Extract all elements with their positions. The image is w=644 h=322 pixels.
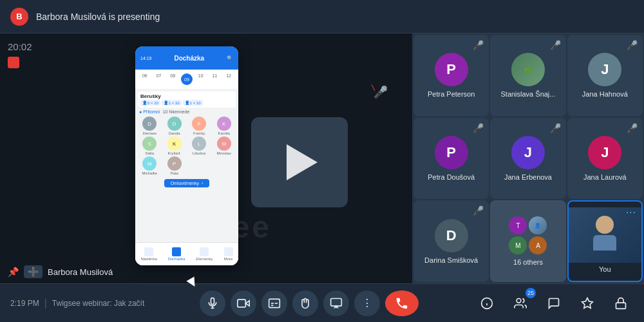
svg-rect-4	[238, 299, 246, 307]
person-avatar: K	[217, 117, 231, 131]
phone-person: D Denises	[138, 117, 162, 135]
mic-button[interactable]	[200, 290, 225, 316]
phone-calendar-area: 06 07 08 09 10 11 12	[135, 70, 238, 89]
captions-button[interactable]	[261, 290, 287, 316]
phone-bottom-tabs: Nástěnka Docházka Elemenky More	[135, 242, 238, 265]
phone-person: P Pata	[163, 156, 187, 175]
phone-day: 06	[139, 73, 151, 85]
phone-omluvit-btn[interactable]: Omluvit/nenky ›	[138, 179, 236, 187]
svg-marker-3	[245, 300, 249, 305]
participant-tile-petra-dousova: P Petra Doušová 🎤	[413, 118, 489, 200]
phone-day-active: 09	[181, 73, 193, 85]
participant-name: Stanislava Šnaj...	[498, 90, 558, 98]
presenter-avatar: B	[10, 8, 28, 26]
you-head	[596, 216, 614, 234]
person-avatar: S	[142, 137, 156, 151]
person-avatar: D	[142, 117, 156, 131]
phone-group-row: Berušky 👤 0 × 10 👤 1 × 10 👤 1 × 10	[138, 91, 236, 108]
phone-tab-home[interactable]: Nástěnka	[140, 247, 156, 261]
phone-person: K Kamila	[213, 117, 236, 135]
play-triangle-icon	[287, 144, 317, 180]
recording-timer: 20:02	[8, 41, 32, 52]
participant-avatar: J	[511, 136, 545, 169]
participant-avatar: 🌿	[511, 53, 545, 86]
participant-tile-petra-peterson: P Petra Peterson 🎤	[413, 35, 489, 117]
svg-rect-0	[211, 298, 214, 304]
phone-tab-calendar[interactable]: Docházka	[168, 247, 185, 261]
presenter-text: Barbora Musilová is presenting	[36, 12, 160, 22]
mic-off-icon: 🎤	[473, 123, 484, 133]
lock-button[interactable]	[608, 290, 634, 316]
pinned-participant: 📌 ➕ Barbora Musilová	[8, 265, 113, 278]
mic-off-icon: 🎤	[473, 40, 484, 50]
center-mic-off-icon: 🎤	[374, 85, 388, 99]
participant-tile-stanislava: 🌿 Stanislava Šnaj... 🎤	[490, 35, 565, 117]
svg-marker-15	[582, 298, 593, 308]
person-avatar: F	[192, 117, 206, 131]
screen-share-button[interactable]	[323, 290, 349, 316]
participant-name-you: You	[599, 263, 611, 276]
more-options-icon[interactable]: ···	[626, 207, 636, 218]
phone-tab-settings[interactable]: Elemenky	[196, 247, 213, 261]
person-avatar: M	[217, 137, 231, 151]
person-avatar: P	[167, 156, 182, 171]
participant-name: Jana Hahnová	[580, 90, 630, 98]
person-avatar: K	[167, 137, 182, 151]
raise-hand-button[interactable]	[292, 290, 318, 316]
mic-off-icon: 🎤	[550, 40, 561, 50]
person-avatar: D	[167, 117, 182, 131]
you-figure	[589, 216, 621, 254]
top-bar: B Barbora Musilová is presenting	[0, 0, 644, 33]
phone-person: D Danda	[163, 117, 187, 135]
end-call-button[interactable]	[385, 290, 419, 316]
phone-filter-row: ● Přítomní 10 Nkennede	[139, 109, 234, 114]
participant-avatar: J	[588, 53, 621, 86]
mic-off-icon: 🎤	[627, 123, 638, 133]
info-button[interactable]	[474, 290, 500, 316]
svg-rect-9	[331, 298, 342, 306]
people-count: 25	[526, 288, 536, 298]
participant-tile-darina: D Darina Smišková 🎤	[413, 200, 489, 282]
mic-off-icon: 🎤	[627, 40, 638, 50]
phone-person: S Sáša	[138, 137, 162, 155]
recording-indicator	[8, 57, 19, 68]
phone-persons-grid: D Denises D Danda F Frenky K Kamila	[138, 117, 236, 175]
mic-off-icon: 🎤	[550, 123, 561, 133]
phone-tab-more[interactable]: More	[224, 247, 233, 261]
participant-name: Jana Laurová	[581, 173, 629, 181]
person-avatar: L	[192, 137, 206, 151]
separator: |	[44, 298, 47, 309]
other-avatar: M	[509, 236, 527, 254]
participant-tile-you: You ···	[567, 200, 643, 282]
phone-day: 10	[195, 73, 207, 85]
other-avatar: T	[509, 216, 527, 234]
participant-avatar: D	[435, 219, 468, 252]
pinned-name: Barbora Musilová	[48, 267, 113, 277]
phone-day: 07	[153, 73, 165, 85]
phone-app-title: Docházka	[174, 55, 204, 62]
meeting-title: Twigsee webinar: Jak začít	[52, 299, 144, 308]
phone-person: M Michalke	[138, 156, 162, 175]
svg-point-14	[516, 298, 521, 303]
add-participant-icon[interactable]: ➕	[24, 265, 43, 278]
effects-button[interactable]	[574, 290, 600, 316]
phone-badge: 👤 0 × 10	[140, 100, 160, 106]
camera-button[interactable]	[231, 290, 256, 316]
more-button[interactable]: ⋮	[354, 290, 380, 316]
pin-icon: 📌	[8, 267, 19, 277]
people-button[interactable]: 25	[507, 290, 533, 316]
phone-screen: 14:19 Docházka 🔍 06 07 08 09 10 11 12 Be…	[135, 46, 238, 265]
chat-button[interactable]	[541, 290, 567, 316]
participant-name: Petra Doušová	[425, 173, 477, 181]
bottom-bar: 2:19 PM | Twigsee webinar: Jak začít	[0, 283, 644, 322]
you-body	[593, 235, 616, 251]
participant-name: Petra Peterson	[425, 90, 477, 98]
play-button[interactable]	[251, 117, 348, 207]
bottom-left: 2:19 PM | Twigsee webinar: Jak začít	[10, 298, 144, 309]
participant-tile-jana-hahnova: J Jana Hahnová 🎤	[567, 35, 643, 117]
other-avatar: 👤	[529, 216, 547, 234]
phone-person: F Frenky	[187, 117, 211, 135]
phone-badge: 👤 1 × 10	[162, 100, 182, 106]
participant-tile-jana-laurova: J Jana Laurová 🎤	[567, 118, 643, 200]
phone-top-bar: 14:19 Docházka 🔍	[135, 46, 238, 70]
